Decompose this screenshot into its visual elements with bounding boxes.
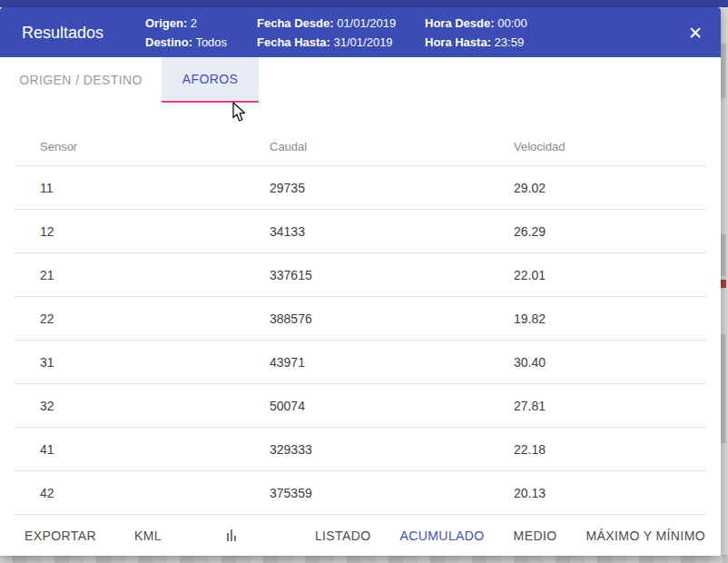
table-cell: 19.82 [496,311,706,326]
column-header-sensor: Sensor [15,140,251,153]
filter-row: Origen: 2 [145,14,227,33]
table-cell: 50074 [251,399,496,413]
table-row: 4132933322.18 [15,428,706,471]
table-cell: 12 [15,224,251,239]
filter-label: Hora Hasta: [425,35,491,49]
filter-row: Fecha Desde: 01/01/2019 [257,14,396,33]
background-smudge [721,44,726,98]
filter-value: 00:00 [495,16,527,30]
table-row: 123413326.29 [15,210,706,253]
table-cell: 31 [15,355,251,370]
results-dialog: Resultados Origen: 2Destino: TodosFecha … [0,7,721,556]
table-cell: 20.13 [496,486,706,500]
table-cell: 388576 [251,311,496,326]
background-navbar-strip [0,0,728,7]
table-cell: 22.01 [496,268,706,282]
filter-value: 01/01/2019 [334,16,397,30]
header-filters: Origen: 2Destino: TodosFecha Desde: 01/0… [0,7,721,57]
background-red-fleck [721,280,726,288]
table-header-row: SensorCaudalVelocidad [15,128,706,166]
table-cell: 375359 [251,486,496,500]
mouse-cursor [231,102,248,123]
table-cell: 32 [15,399,251,413]
button-maximo-y-minimo[interactable]: MÁXIMO Y MÍNIMO [586,528,706,543]
table-body: 112973529.02123413326.292133761522.01223… [15,166,706,515]
background-smudge [721,234,726,276]
filter-label: Destino: [145,35,192,49]
table-row: 2133761522.01 [15,253,706,297]
tab-bar: ORIGEN / DESTINOAFOROS [0,57,721,103]
table-cell: 43971 [251,355,496,370]
filter-label: Hora Desde: [425,16,495,30]
table-cell: 337615 [251,268,496,282]
filter-row: Hora Hasta: 23:59 [425,33,527,52]
table-cell: 329333 [251,442,496,457]
table-cell: 11 [15,181,251,195]
filter-row: Hora Desde: 00:00 [425,14,527,33]
filter-value: 31/01/2019 [330,35,393,49]
table-row: 314397130.40 [15,341,706,384]
table-cell: 29735 [251,181,496,195]
table-cell: 34133 [251,224,496,239]
table-cell: 27.81 [496,399,706,413]
column-header-caudal: Caudal [251,140,496,153]
table-cell: 41 [15,442,251,457]
table-cell: 26.29 [496,224,706,239]
filter-value: 2 [187,16,197,30]
table-cell: 30.40 [496,355,706,370]
table-row: 4237535920.13 [15,471,706,515]
dialog-actions: EXPORTARKML LISTADOACUMULADOMEDIOMÁXIMO … [0,515,721,556]
filter-label: Origen: [145,16,187,30]
tab-aforos[interactable]: AFOROS [162,57,259,103]
filter-value: Todos [192,35,227,49]
results-table: SensorCaudalVelocidad 112973529.02123413… [15,128,706,515]
table-cell: 29.02 [496,181,706,195]
tab-origen-destino[interactable]: ORIGEN / DESTINO [0,57,162,103]
background-right-strip [721,7,728,556]
filter-label: Fecha Hasta: [257,35,330,49]
filter-row: Destino: Todos [145,33,227,52]
table-row: 325007427.81 [15,384,706,428]
background-smudge [721,334,726,443]
background-bottom-strip [0,555,728,563]
filter-group: Hora Desde: 00:00Hora Hasta: 23:59 [425,14,527,52]
filter-group: Fecha Desde: 01/01/2019Fecha Hasta: 31/0… [257,14,396,52]
footer-right-group: LISTADOACUMULADOMEDIOMÁXIMO Y MÍNIMO [315,528,705,543]
table-cell: 22.18 [496,442,706,457]
button-exportar[interactable]: EXPORTAR [25,528,96,543]
table-cell: 21 [15,268,251,282]
table-row: 112973529.02 [15,166,706,210]
button-acumulado[interactable]: ACUMULADO [400,528,485,543]
column-header-velocidad: Velocidad [496,140,706,153]
button-medio[interactable]: MEDIO [514,528,557,543]
dialog-header: Resultados Origen: 2Destino: TodosFecha … [0,7,721,57]
button-listado[interactable]: LISTADO [315,528,371,543]
filter-row: Fecha Hasta: 31/01/2019 [257,33,396,52]
filter-value: 23:59 [491,35,524,49]
table-cell: 42 [15,486,251,500]
close-icon[interactable]: ✕ [681,20,710,44]
filter-group: Origen: 2Destino: Todos [145,14,227,52]
filter-label: Fecha Desde: [257,16,334,30]
table-row: 2238857619.82 [15,297,706,341]
bar-chart-icon[interactable] [227,529,236,541]
table-cell: 22 [15,311,251,326]
button-kml[interactable]: KML [134,528,162,543]
footer-left-group: EXPORTARKML [0,528,162,543]
